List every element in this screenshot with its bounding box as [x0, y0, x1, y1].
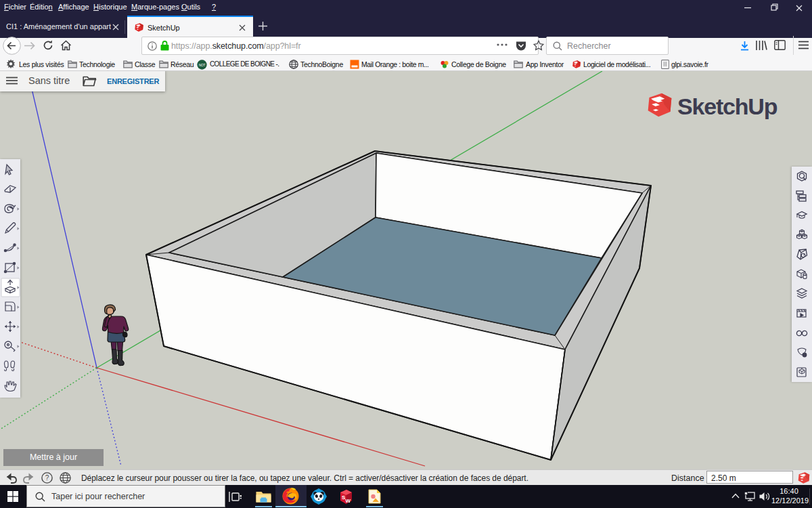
- svg-text:NOT: NOT: [199, 64, 206, 67]
- svg-text:W: W: [346, 498, 351, 504]
- svg-text:?: ?: [45, 474, 49, 482]
